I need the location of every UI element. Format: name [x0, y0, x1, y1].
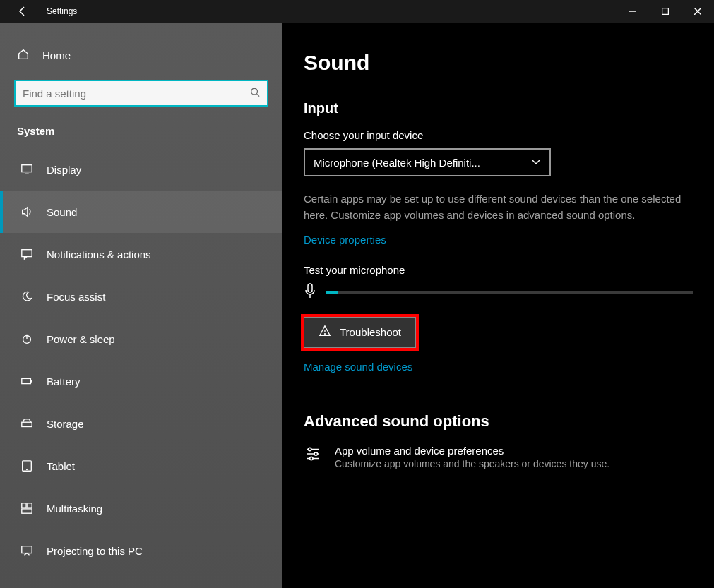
sidebar-home[interactable]: Home	[0, 37, 282, 74]
sidebar-item-label: Multitasking	[47, 503, 102, 515]
sidebar-nav: Display Sound Notifications & actions Fo…	[0, 148, 282, 572]
input-device-dropdown[interactable]: Microphone (Realtek High Definiti...	[304, 148, 551, 176]
microphone-icon	[304, 283, 316, 301]
project-icon	[20, 544, 34, 558]
sidebar-item-label: Focus assist	[47, 291, 105, 303]
sidebar-item-sound[interactable]: Sound	[0, 191, 282, 233]
input-description: Certain apps may be set up to use differ…	[304, 191, 692, 224]
close-button[interactable]	[682, 0, 714, 23]
sliders-icon	[304, 445, 322, 466]
svg-point-13	[325, 334, 326, 335]
svg-rect-12	[308, 284, 312, 292]
mic-level-fill	[326, 291, 338, 294]
maximize-button[interactable]	[649, 0, 682, 23]
svg-point-16	[310, 457, 313, 460]
svg-rect-3	[22, 250, 32, 257]
window-title: Settings	[47, 6, 77, 16]
main-content: Sound Input Choose your input device Mic…	[282, 23, 714, 588]
sidebar-item-tablet[interactable]: Tablet	[0, 445, 282, 487]
titlebar: Settings	[0, 0, 714, 23]
minimize-button[interactable]	[617, 0, 649, 23]
power-icon	[20, 332, 34, 346]
multitasking-icon	[20, 501, 34, 515]
message-icon	[20, 247, 34, 261]
svg-rect-6	[22, 422, 32, 426]
home-icon	[17, 48, 30, 63]
choose-input-label: Choose your input device	[304, 129, 693, 141]
advanced-heading: Advanced sound options	[304, 412, 693, 431]
manage-sound-devices-link[interactable]: Manage sound devices	[304, 361, 412, 373]
window-controls	[617, 0, 714, 23]
svg-rect-0	[662, 8, 669, 15]
sidebar-item-power-sleep[interactable]: Power & sleep	[0, 318, 282, 360]
sidebar-category: System	[0, 118, 282, 148]
troubleshoot-button[interactable]: Troubleshoot	[304, 317, 416, 348]
sidebar-item-label: Display	[47, 164, 81, 176]
sidebar-item-multitasking[interactable]: Multitasking	[0, 487, 282, 529]
svg-rect-8	[22, 503, 26, 508]
section-input-heading: Input	[304, 100, 693, 116]
adv-option-title: App volume and device preferences	[335, 445, 609, 457]
svg-rect-5	[22, 378, 31, 383]
mic-test-row	[304, 283, 693, 301]
search-input[interactable]	[14, 80, 268, 107]
moon-icon	[20, 289, 34, 304]
troubleshoot-label: Troubleshoot	[340, 326, 401, 338]
adv-option-app-volume[interactable]: App volume and device preferences Custom…	[304, 445, 693, 469]
battery-icon	[20, 374, 34, 388]
warning-icon	[319, 325, 331, 340]
dropdown-selected: Microphone (Realtek High Definiti...	[314, 157, 480, 169]
monitor-icon	[20, 162, 34, 176]
svg-point-15	[314, 452, 317, 455]
sidebar-item-label: Power & sleep	[47, 333, 115, 345]
svg-point-14	[309, 448, 311, 450]
adv-option-subtitle: Customize app volumes and the speakers o…	[335, 458, 609, 469]
sidebar-item-display[interactable]: Display	[0, 148, 282, 191]
svg-rect-10	[22, 509, 32, 513]
mic-level-bar	[326, 291, 693, 294]
sidebar-item-label: Sound	[47, 206, 77, 218]
sidebar-item-label: Battery	[47, 376, 81, 388]
speaker-icon	[20, 205, 34, 219]
device-properties-link[interactable]: Device properties	[304, 234, 386, 246]
search-icon	[250, 88, 260, 100]
sidebar-item-label: Storage	[47, 418, 84, 430]
sidebar-item-focus-assist[interactable]: Focus assist	[0, 275, 282, 318]
sidebar-item-storage[interactable]: Storage	[0, 402, 282, 445]
svg-point-1	[251, 88, 258, 95]
svg-rect-2	[22, 165, 32, 172]
drive-icon	[20, 416, 34, 431]
chevron-down-icon	[531, 157, 541, 169]
back-button[interactable]	[13, 1, 32, 21]
svg-rect-11	[22, 546, 32, 553]
tablet-icon	[20, 459, 34, 473]
search-box[interactable]	[14, 80, 268, 107]
page-title: Sound	[304, 51, 693, 75]
sidebar-item-label: Tablet	[47, 460, 75, 472]
sidebar-item-label: Projecting to this PC	[47, 545, 143, 557]
sidebar: Home System Display Sound Notificat	[0, 23, 282, 588]
sidebar-item-label: Notifications & actions	[47, 248, 151, 260]
test-mic-label: Test your microphone	[304, 264, 693, 276]
sidebar-item-notifications[interactable]: Notifications & actions	[0, 233, 282, 275]
sidebar-item-projecting[interactable]: Projecting to this PC	[0, 529, 282, 572]
svg-rect-9	[28, 503, 32, 508]
sidebar-item-battery[interactable]: Battery	[0, 360, 282, 402]
sidebar-home-label: Home	[42, 49, 71, 61]
